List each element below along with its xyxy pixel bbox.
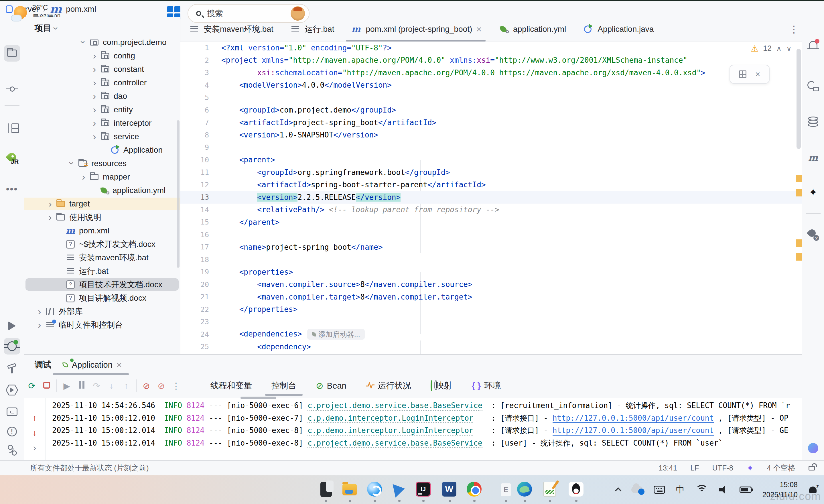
debug-view-tab[interactable]: ⊘Bean xyxy=(306,376,356,396)
tree-item[interactable]: ›临时文件和控制台 xyxy=(24,318,180,332)
close-icon[interactable]: × xyxy=(476,25,482,34)
chevron-right-icon[interactable]: › xyxy=(90,91,99,101)
chevron-right-icon[interactable]: › xyxy=(35,306,44,317)
editor-tab[interactable]: mpom.xml (project-spring_boot)× xyxy=(342,17,490,41)
tree-item[interactable]: ›外部库 xyxy=(24,305,180,318)
chevron-right-icon[interactable]: › xyxy=(90,105,99,115)
clock[interactable]: 15:08 2025/11/10 xyxy=(762,480,798,500)
battery-icon[interactable] xyxy=(739,487,751,493)
inspection-popup[interactable]: × xyxy=(729,65,769,84)
line-number[interactable]: 23 xyxy=(180,318,212,326)
bottom-toolwindow-button[interactable] xyxy=(805,440,821,457)
url-link[interactable]: http://127.0.0.1:5000/api/user/count xyxy=(552,414,714,423)
lingma-status-icon[interactable]: ✦ xyxy=(746,464,753,473)
scroll-down-icon[interactable]: ↓ xyxy=(32,427,37,438)
line-number[interactable]: 15 xyxy=(180,218,212,226)
kebab-menu-icon[interactable]: ⋮ xyxy=(169,381,184,391)
taskbar-search[interactable]: 搜索 xyxy=(188,4,309,23)
caret-position[interactable]: 13:41 xyxy=(658,464,677,473)
close-icon[interactable]: × xyxy=(116,360,122,370)
line-number[interactable]: 24 xyxy=(180,330,212,338)
line-number[interactable]: 21 xyxy=(180,293,212,301)
tree-item[interactable]: ?项目讲解视频.docx xyxy=(24,291,180,305)
code-editor[interactable]: 1<?xml version="1.0" encoding="UTF-8"?>2… xyxy=(180,41,802,354)
tree-item[interactable]: mpom.xml xyxy=(24,224,180,237)
line-number[interactable]: 20 xyxy=(180,280,212,289)
tab-options-kebab-icon[interactable]: ⋮ xyxy=(789,23,820,35)
warning-mark[interactable] xyxy=(796,189,802,196)
lingma-plugin-button[interactable]: ✦ xyxy=(805,184,821,201)
tree-item[interactable]: ›controller xyxy=(24,76,180,89)
taskbar-app-intellij[interactable]: IJ xyxy=(416,482,431,497)
tree-item[interactable]: ›interceptor xyxy=(24,116,180,130)
debug-view-tab[interactable]: 运行状况 xyxy=(356,376,421,396)
ime-indicator[interactable]: 中 xyxy=(676,484,685,496)
taskbar-app-chrome[interactable] xyxy=(467,482,482,497)
debug-view-tab[interactable]: 线程和变量 xyxy=(201,376,262,396)
run-tool-button[interactable] xyxy=(4,318,20,334)
line-number[interactable]: 17 xyxy=(180,243,212,251)
tree-item[interactable]: ›constant xyxy=(24,63,180,76)
line-number[interactable]: 11 xyxy=(180,168,212,176)
editor-tab[interactable]: Application.java xyxy=(574,17,662,41)
editor-tab[interactable]: application.yml xyxy=(490,17,574,41)
stop-button[interactable] xyxy=(39,381,54,391)
chevron-right-icon[interactable]: › xyxy=(90,51,99,61)
problems-tool-button[interactable]: ! xyxy=(4,423,20,440)
chevron-right-icon[interactable]: › xyxy=(45,199,55,209)
cloud-info-icon[interactable] xyxy=(631,486,643,493)
volume-icon[interactable] xyxy=(719,485,729,494)
line-number[interactable]: 2 xyxy=(180,56,212,65)
chevron-right-icon[interactable]: › xyxy=(79,172,89,182)
logger-link[interactable]: c.p.demo.interceptor.LoginInterceptor xyxy=(308,426,473,435)
prev-warning-chevron-icon[interactable]: ∧ xyxy=(776,44,782,53)
breakpoints-button[interactable]: ⊘ xyxy=(154,381,169,391)
chevron-down-icon[interactable]: › xyxy=(79,39,89,47)
pause-button[interactable] xyxy=(74,381,89,391)
tree-item[interactable]: 安装maven环境.bat xyxy=(24,251,180,264)
step-into-button[interactable]: ↓ xyxy=(104,381,119,391)
tree-item[interactable]: ›target xyxy=(24,197,180,210)
logger-link[interactable]: c.project.demo.service.base.BaseService xyxy=(308,401,482,411)
tree-item[interactable]: ›mapper xyxy=(24,170,180,184)
line-number[interactable]: 14 xyxy=(180,206,212,214)
next-warning-chevron-icon[interactable]: ∨ xyxy=(786,44,792,53)
maven-panel-button[interactable]: m xyxy=(805,149,821,166)
debug-view-tab[interactable]: { }环境 xyxy=(462,376,511,396)
terminal-tool-button[interactable]: ›_ xyxy=(4,403,20,420)
editor-scrollbar[interactable] xyxy=(796,41,802,354)
line-number[interactable]: 9 xyxy=(180,143,212,152)
console-scrollbar-thumb[interactable] xyxy=(240,397,276,399)
tree-item[interactable]: ?项目技术开发文档.docx xyxy=(24,278,180,291)
chevron-down-icon[interactable]: › xyxy=(67,159,77,169)
tree-item[interactable]: ›使用说明 xyxy=(24,210,180,224)
chevron-right-icon[interactable]: › xyxy=(90,78,99,88)
tree-item[interactable]: 运行.bat xyxy=(24,264,180,278)
line-number[interactable]: 10 xyxy=(180,156,212,164)
warning-mark[interactable] xyxy=(796,239,802,247)
line-number[interactable]: 13 xyxy=(180,193,212,201)
warning-mark[interactable] xyxy=(796,175,802,182)
structure-tool-button[interactable] xyxy=(4,120,20,136)
taskbar-app-phone[interactable] xyxy=(318,482,334,497)
line-number[interactable]: 4 xyxy=(180,81,212,89)
taskbar-app-everything[interactable]: E xyxy=(498,482,514,497)
wifi-icon[interactable] xyxy=(696,485,708,495)
tree-item[interactable]: application.yml xyxy=(24,184,180,197)
debug-session-tab[interactable]: Application × xyxy=(63,360,122,370)
tree-item[interactable]: ›service xyxy=(24,130,180,143)
taskbar-app-qq[interactable] xyxy=(569,482,584,497)
step-out-button[interactable]: ↑ xyxy=(119,381,134,391)
mute-breakpoints-button[interactable]: ⊘ xyxy=(139,381,154,391)
taskbar-app-word[interactable]: W xyxy=(442,482,457,497)
chevron-right-icon[interactable]: › xyxy=(90,118,99,128)
chevron-right-icon[interactable]: › xyxy=(35,320,44,330)
resume-button[interactable]: ▶ xyxy=(59,381,74,391)
tree-item[interactable]: ›config xyxy=(24,49,180,63)
learn-button[interactable]: ? xyxy=(805,226,821,243)
breadcrumb-file[interactable]: pom.xml xyxy=(66,5,96,14)
debug-view-tab[interactable]: 映射 xyxy=(421,376,462,396)
build-tool-button[interactable] xyxy=(4,360,20,377)
touch-keyboard-icon[interactable] xyxy=(654,486,665,494)
line-number[interactable]: 19 xyxy=(180,268,212,276)
